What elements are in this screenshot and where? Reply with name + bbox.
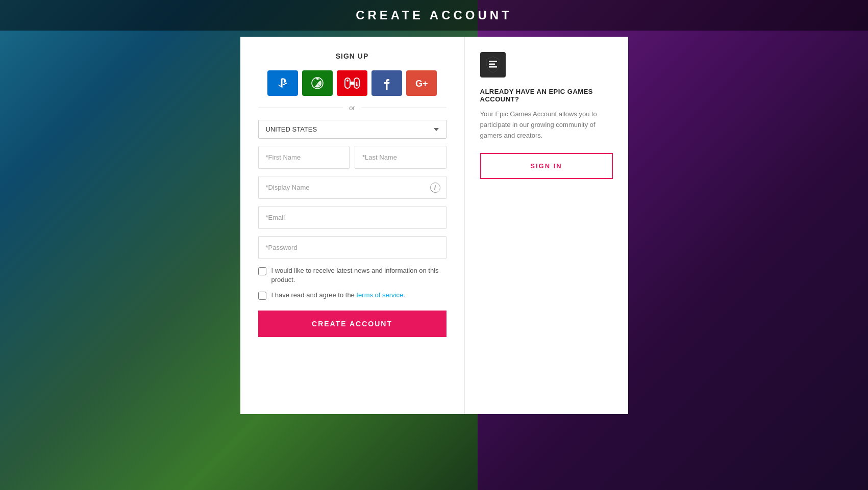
terms-of-service-link[interactable]: terms of service xyxy=(356,291,403,299)
facebook-button[interactable] xyxy=(371,70,402,96)
or-text: or xyxy=(343,104,361,112)
xbox-button[interactable] xyxy=(302,70,333,96)
terms-label-pre: I have read and agree to the xyxy=(271,291,357,299)
password-input[interactable] xyxy=(258,236,447,259)
svg-rect-10 xyxy=(489,63,495,65)
top-header: CREATE ACCOUNT xyxy=(0,0,868,31)
svg-rect-11 xyxy=(489,66,497,68)
signup-panel: SIGN UP xyxy=(240,37,465,414)
news-checkbox-row: I would like to receive latest news and … xyxy=(258,266,447,285)
svg-rect-3 xyxy=(350,82,354,85)
epic-games-panel: ALREADY HAVE AN EPIC GAMES ACCOUNT? Your… xyxy=(465,37,628,414)
or-line-left xyxy=(258,108,343,108)
google-button[interactable]: G+ xyxy=(406,70,437,96)
display-name-info-icon[interactable]: i xyxy=(430,183,440,193)
svg-text:G+: G+ xyxy=(415,79,428,89)
last-name-input[interactable] xyxy=(355,146,447,169)
display-name-input[interactable] xyxy=(258,176,447,199)
svg-point-5 xyxy=(356,84,358,86)
first-name-input[interactable] xyxy=(258,146,350,169)
display-name-wrapper: i xyxy=(258,176,447,199)
news-checkbox[interactable] xyxy=(258,267,266,275)
terms-checkbox-label: I have read and agree to the terms of se… xyxy=(271,291,405,300)
modal-container: SIGN UP xyxy=(240,37,628,414)
svg-point-4 xyxy=(346,80,349,82)
create-account-button[interactable]: CREATE ACCOUNT xyxy=(258,311,447,337)
social-buttons-row: G+ xyxy=(258,70,447,96)
email-input[interactable] xyxy=(258,206,447,229)
epic-logo-text xyxy=(484,55,502,75)
sign-in-button[interactable]: SIGN IN xyxy=(480,153,613,179)
terms-checkbox-row: I have read and agree to the terms of se… xyxy=(258,291,447,300)
name-row xyxy=(258,146,447,169)
country-select[interactable]: UNITED STATES CANADA UNITED KINGDOM AUST… xyxy=(258,120,447,139)
signup-title: SIGN UP xyxy=(258,52,447,60)
page-title: CREATE ACCOUNT xyxy=(356,8,512,22)
or-divider: or xyxy=(258,104,447,112)
or-line-right xyxy=(361,108,447,108)
already-have-account-desc: Your Epic Games Account allows you to pa… xyxy=(480,109,613,141)
terms-checkbox[interactable] xyxy=(258,292,266,300)
svg-rect-7 xyxy=(356,82,357,84)
news-checkbox-label: I would like to receive latest news and … xyxy=(271,266,447,285)
epic-games-logo xyxy=(480,52,506,78)
playstation-button[interactable] xyxy=(267,70,298,96)
nintendo-button[interactable] xyxy=(337,70,367,96)
already-have-account-title: ALREADY HAVE AN EPIC GAMES ACCOUNT? xyxy=(480,88,613,103)
terms-label-post: . xyxy=(403,291,405,299)
svg-rect-9 xyxy=(489,61,497,62)
